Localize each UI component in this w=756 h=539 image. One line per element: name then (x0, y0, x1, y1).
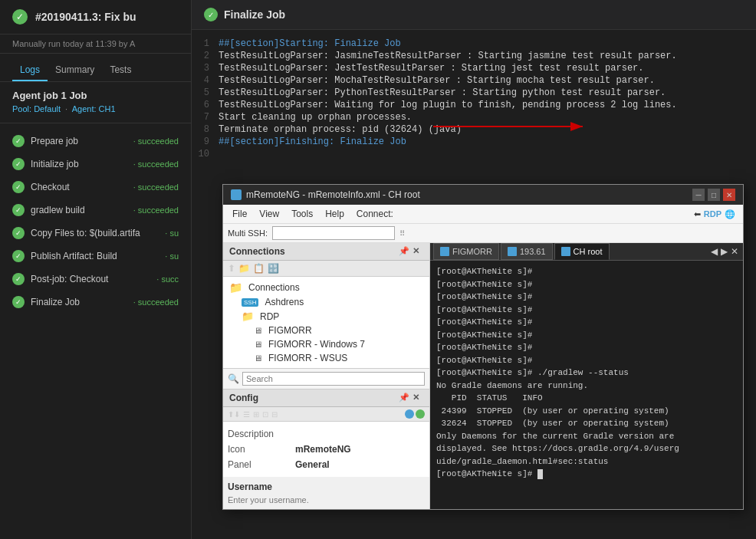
pin-icon[interactable]: 📌 (399, 246, 409, 257)
job-step[interactable]: ✓ Copy Files to: $(build.artifa · su (0, 222, 191, 245)
config-row: Panel General (228, 457, 425, 472)
pc-icon: 🖥 (254, 340, 262, 349)
step-status: · succeeded (133, 205, 179, 215)
terminal-line: No Gradle daemons are running. (436, 380, 737, 393)
terminal-line: PID STATUS INFO (436, 392, 737, 405)
step-success-icon: ✓ (12, 273, 25, 285)
red-arrow-annotation (429, 119, 598, 134)
list-icon[interactable]: 📋 (253, 263, 265, 274)
terminal-line: [root@AKTheNite s]# (436, 329, 737, 342)
job-step[interactable]: ✓ gradlew build · succeeded (0, 199, 191, 222)
terminal-line: [root@AKTheNite s]# ./gradlew --status (436, 366, 737, 380)
terminal-body[interactable]: [root@AKTheNite s]#[root@AKTheNite s]#[r… (430, 261, 743, 509)
config-pin-icon[interactable]: 📌 (399, 393, 409, 403)
job-step[interactable]: ✓ Publish Artifact: Build · su (0, 245, 191, 268)
agent-value[interactable]: CH1 (99, 104, 116, 113)
tab-label: CH root (574, 247, 603, 256)
multissh-input[interactable] (272, 226, 395, 240)
menu-tools[interactable]: Tools (285, 206, 319, 222)
menu-help[interactable]: Help (319, 206, 350, 222)
log-line: 6TestResultLogParser: Waiting for log pl… (192, 99, 756, 111)
log-line: 4TestResultLogParser: MochaTestResultPar… (192, 74, 756, 87)
config-sort-icon[interactable]: ⬆⬇ (228, 410, 240, 419)
tree-item[interactable]: 📁RDP (226, 309, 426, 324)
menu-connect[interactable]: Connect: (350, 206, 399, 222)
terminal-cursor (537, 469, 543, 479)
username-hint: Enter your username. (223, 494, 429, 509)
terminal-tab[interactable]: 193.61 (501, 243, 553, 260)
job-step[interactable]: ✓ Initialize job · succeeded (0, 153, 191, 176)
search-bar: 🔍 (223, 368, 429, 389)
tree-item-label: Ashdrens (265, 297, 304, 307)
folder-icon: 📁 (229, 281, 242, 294)
menu-file[interactable]: File (226, 206, 253, 222)
config-green-btn[interactable] (416, 409, 425, 419)
terminal-prompt: [root@AKTheNite s]# (436, 469, 537, 478)
log-line-number: 1 (192, 38, 219, 49)
job-step[interactable]: ✓ Post-job: Checkout · succ (0, 268, 191, 291)
config-list-icon[interactable]: ☰ (243, 410, 250, 419)
tab-next-btn[interactable]: ▶ (721, 246, 728, 257)
tree-item[interactable]: 🖥FIGMORR - Windows 7 (226, 337, 426, 351)
terminal-tab[interactable]: CH root (554, 243, 610, 260)
config-row-label: Panel (228, 459, 289, 470)
sort-icon[interactable]: 🔡 (268, 263, 279, 274)
menu-view[interactable]: View (253, 206, 285, 222)
pool-value[interactable]: Default (34, 104, 61, 113)
close-button[interactable]: ✕ (723, 189, 735, 201)
step-success-icon: ✓ (12, 227, 25, 239)
config-row-value: mRemoteNG (295, 444, 351, 455)
log-line: 9##[section]Finishing: Finalize Job (192, 136, 756, 148)
sidebar-tabs: Logs Summary Tests (0, 54, 191, 82)
log-line-text: TestResultLogParser: PythonTestResultPar… (219, 87, 666, 98)
log-line-number: 2 (192, 51, 219, 61)
tree-item-label: FIGMORR - Windows 7 (268, 339, 365, 350)
tab-icon (508, 247, 517, 256)
tab-logs[interactable]: Logs (12, 60, 48, 81)
config-row: Description (228, 426, 425, 442)
config-close-icon[interactable]: ✕ (413, 393, 423, 403)
terminal-line: [root@AKTheNite s]# (436, 316, 737, 329)
step-status: · succeeded (133, 159, 179, 169)
job-step[interactable]: ✓ Checkout · succeeded (0, 176, 191, 199)
config-body: Description Icon mRemoteNG Panel General (223, 422, 429, 477)
terminal-line: uide/gradle_daemon.html#sec:status (436, 455, 737, 468)
maximize-button[interactable]: □ (708, 189, 720, 201)
tab-summary[interactable]: Summary (48, 60, 102, 81)
build-subtitle: Manually run today at 11:39 by A (0, 35, 191, 54)
config-grid-icon[interactable]: ⊞ (253, 410, 259, 419)
minimize-button[interactable]: ─ (692, 189, 705, 201)
tab-close-btn[interactable]: ✕ (731, 246, 738, 257)
sidebar: ✓ #20190411.3: Fix bu Manually run today… (0, 0, 192, 539)
drag-handle: ⠿ (399, 229, 405, 238)
step-status: · succeeded (133, 136, 179, 146)
config-blue-btn[interactable] (405, 409, 414, 419)
terminal-line: [root@AKTheNite s]# (436, 354, 737, 367)
terminal-line: [root@AKTheNite s]# (436, 265, 737, 278)
tree-item[interactable]: 🖥FIGMORR - WSUS (226, 351, 426, 365)
tab-prev-btn[interactable]: ◀ (711, 246, 718, 257)
config-collapse-icon[interactable]: ⊟ (271, 410, 278, 419)
log-line: 2TestResultLogParser: JasmineTestResultP… (192, 50, 756, 62)
folder-icon[interactable]: 📁 (238, 263, 250, 274)
job-step[interactable]: ✓ Prepare job · succeeded (0, 130, 191, 153)
job-step[interactable]: ✓ Finalize Job · succeeded (0, 291, 191, 314)
terminal-tab[interactable]: FIGMORR (433, 243, 499, 260)
username-label: Username (223, 477, 429, 494)
tree-item-label: FIGMORR - WSUS (268, 353, 347, 363)
terminal-line: Only Daemons for the current Gradle vers… (436, 430, 737, 443)
add-conn-icon[interactable]: ⬆ (228, 263, 235, 274)
toolbar: Multi SSH: ⠿ (223, 224, 743, 243)
step-name: Copy Files to: $(build.artifa (31, 228, 159, 238)
search-input[interactable] (242, 372, 425, 386)
config-expand-icon[interactable]: ⊡ (262, 410, 268, 419)
tab-tests[interactable]: Tests (102, 60, 139, 81)
step-status: · succ (156, 274, 179, 284)
log-line-text: TestResultLogParser: MochaTestResultPars… (219, 75, 655, 86)
tree-item[interactable]: SSHAshdrens (226, 295, 426, 309)
log-line: 10 (192, 148, 756, 160)
tree-item[interactable]: 📁Connections (226, 280, 426, 295)
connections-close-icon[interactable]: ✕ (413, 246, 423, 257)
tree-item[interactable]: 🖥FIGMORR (226, 324, 426, 337)
mremote-window: mRemoteNG - mRemoteInfo.xml - CH root ─ … (222, 184, 744, 510)
